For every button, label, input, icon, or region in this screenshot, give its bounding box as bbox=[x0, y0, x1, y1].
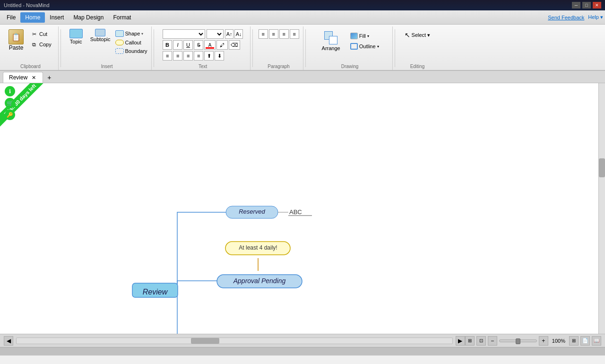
boundary-label: Boundary bbox=[125, 48, 147, 54]
outline-button[interactable]: Outline ▾ bbox=[347, 42, 382, 51]
sep3 bbox=[252, 29, 253, 67]
fill-outline-group: Fill ▾ Outline ▾ bbox=[346, 32, 382, 51]
shrink-font-button[interactable]: A↓ bbox=[234, 29, 243, 39]
align-top-button[interactable]: ⬆ bbox=[204, 51, 214, 61]
sep1 bbox=[60, 29, 61, 67]
font-row: A↑ A↓ bbox=[163, 29, 243, 39]
cut-label: Cut bbox=[39, 31, 47, 37]
tab-review[interactable]: Review ✕ bbox=[3, 72, 43, 83]
send-feedback-link[interactable]: Send Feedback bbox=[548, 15, 584, 20]
zoom-to-100-button[interactable]: ⊞ bbox=[569, 336, 579, 346]
maximize-button[interactable]: □ bbox=[582, 2, 591, 9]
reading-view-button[interactable]: 📖 bbox=[592, 336, 601, 346]
menu-home[interactable]: Home bbox=[20, 12, 45, 23]
tab-add-button[interactable]: + bbox=[44, 72, 54, 83]
menu-map-design[interactable]: Map Design bbox=[69, 12, 108, 23]
scroll-left-button[interactable]: ◀ bbox=[4, 336, 13, 346]
vertical-scrollbar[interactable] bbox=[598, 83, 605, 334]
drawing-fill-row: Arrange Fill ▾ Outline ▾ bbox=[318, 29, 382, 53]
ribbon-group-clipboard: 📋 Paste ✂ Cut ⧉ Copy Clipboard bbox=[3, 26, 59, 70]
subtopic-button[interactable]: Subtopic bbox=[87, 27, 113, 43]
font-color-bar bbox=[206, 47, 214, 49]
font-size-select[interactable] bbox=[207, 29, 224, 39]
drawing-group-label: Drawing bbox=[341, 62, 359, 69]
page-view-button[interactable]: 📄 bbox=[580, 336, 590, 346]
menu-insert[interactable]: Insert bbox=[45, 12, 69, 23]
align-row: ≡ ≡ ≡ ≡ ⬆ ⬇ bbox=[163, 51, 243, 61]
callout-button[interactable]: Callout bbox=[115, 39, 147, 46]
ribbon-group-paragraph: ≡ ≡ ≡ ≡ Paragraph bbox=[255, 26, 303, 70]
help-button[interactable]: Help ▾ bbox=[588, 14, 603, 20]
ribbon-group-drawing: Arrange Fill ▾ Outline ▾ Dra bbox=[308, 26, 393, 70]
node-callout-text: At least 4 daily! bbox=[239, 244, 277, 251]
shape-button[interactable]: Shape ▾ bbox=[115, 29, 147, 38]
bottom-bar: ◀ ▶ ⊞ ⊡ − + 100% ⊞ 📄 📖 bbox=[0, 334, 605, 347]
editing-group-label: Editing bbox=[410, 62, 425, 69]
topic-icon bbox=[69, 29, 83, 38]
fill-icon bbox=[350, 33, 358, 39]
arrange-column: Arrange bbox=[318, 29, 344, 53]
vertical-scroll-thumb[interactable] bbox=[599, 158, 605, 177]
clear-format-button[interactable]: ⌫ bbox=[229, 40, 240, 50]
para-align-left[interactable]: ≡ bbox=[259, 29, 268, 39]
ribbon-group-editing: ↖ Select ▾ Editing bbox=[397, 26, 438, 70]
zoom-slider-thumb[interactable] bbox=[516, 338, 520, 344]
minimize-button[interactable]: ─ bbox=[572, 2, 580, 9]
horizontal-scroll-thumb[interactable] bbox=[191, 338, 219, 344]
para-align-right[interactable]: ≡ bbox=[279, 29, 289, 39]
mindmap-canvas: Review Reserved ABC At least 4 daily! Ap… bbox=[0, 83, 605, 334]
align-left-button[interactable]: ≡ bbox=[163, 51, 172, 61]
ribbon: 📋 Paste ✂ Cut ⧉ Copy Clipboard Topic bbox=[0, 25, 605, 71]
align-justify-button[interactable]: ≡ bbox=[194, 51, 203, 61]
insert-group-content: Topic Subtopic Shape ▾ Callout Bounda bbox=[67, 27, 147, 62]
align-right-button[interactable]: ≡ bbox=[183, 51, 193, 61]
zoom-out-button[interactable]: − bbox=[488, 336, 497, 346]
select-label: Select ▾ bbox=[412, 32, 431, 38]
close-button[interactable]: ✕ bbox=[593, 2, 601, 9]
ribbon-group-text: A↑ A↓ B I U S̶ A 🖍 ⌫ ≡ ≡ bbox=[156, 26, 251, 70]
fill-button[interactable]: Fill ▾ bbox=[347, 32, 382, 40]
strikethrough-button[interactable]: S̶ bbox=[194, 40, 203, 50]
zoom-fit-button[interactable]: ⊡ bbox=[476, 336, 486, 346]
arrange-button[interactable]: Arrange bbox=[318, 29, 344, 53]
shape-callout-boundary-group: Shape ▾ Callout Boundary bbox=[115, 27, 147, 55]
cut-icon: ✂ bbox=[30, 30, 38, 38]
select-button[interactable]: ↖ Select ▾ bbox=[401, 29, 434, 41]
boundary-button[interactable]: Boundary bbox=[115, 47, 147, 55]
paste-label: Paste bbox=[9, 44, 24, 51]
underline-button[interactable]: U bbox=[183, 40, 193, 50]
cut-button[interactable]: ✂ Cut bbox=[28, 29, 53, 39]
para-align-justify[interactable]: ≡ bbox=[290, 29, 299, 39]
font-color-button[interactable]: A bbox=[204, 40, 216, 50]
italic-button[interactable]: I bbox=[173, 40, 182, 50]
node-review-text: Review bbox=[143, 288, 168, 296]
grow-font-button[interactable]: A↑ bbox=[225, 29, 233, 39]
drawing-group-content: Arrange Fill ▾ Outline ▾ bbox=[318, 27, 382, 53]
topic-label: Topic bbox=[70, 39, 82, 44]
align-bottom-button[interactable]: ⬇ bbox=[215, 51, 224, 61]
para-align-center[interactable]: ≡ bbox=[269, 29, 278, 39]
font-color-icon: A bbox=[208, 43, 212, 48]
bold-button[interactable]: B bbox=[163, 40, 172, 50]
topic-button[interactable]: Topic bbox=[67, 27, 86, 46]
callout-label: Callout bbox=[125, 40, 141, 45]
fit-page-button[interactable]: ⊞ bbox=[465, 336, 475, 346]
highlight-color-button[interactable]: 🖍 bbox=[216, 40, 228, 50]
boundary-icon bbox=[115, 48, 124, 54]
ribbon-group-insert: Topic Subtopic Shape ▾ Callout Bounda bbox=[63, 26, 152, 70]
menu-format[interactable]: Format bbox=[108, 12, 136, 23]
zoom-in-button[interactable]: + bbox=[539, 336, 548, 346]
arrange-label: Arrange bbox=[322, 45, 340, 51]
shape-label: Shape bbox=[125, 31, 140, 36]
highlight-icon: 🖍 bbox=[220, 43, 225, 48]
align-center-button[interactable]: ≡ bbox=[173, 51, 182, 61]
copy-button[interactable]: ⧉ Copy bbox=[28, 40, 53, 49]
font-family-select[interactable] bbox=[163, 29, 205, 39]
scroll-right-button[interactable]: ▶ bbox=[456, 336, 465, 346]
paste-button[interactable]: 📋 Paste bbox=[7, 27, 26, 62]
tab-review-close[interactable]: ✕ bbox=[30, 74, 37, 81]
menu-file[interactable]: File bbox=[2, 12, 20, 23]
zoom-slider[interactable] bbox=[499, 339, 537, 342]
zoom-level-label: 100% bbox=[550, 338, 567, 344]
horizontal-scrollbar[interactable] bbox=[16, 338, 453, 344]
